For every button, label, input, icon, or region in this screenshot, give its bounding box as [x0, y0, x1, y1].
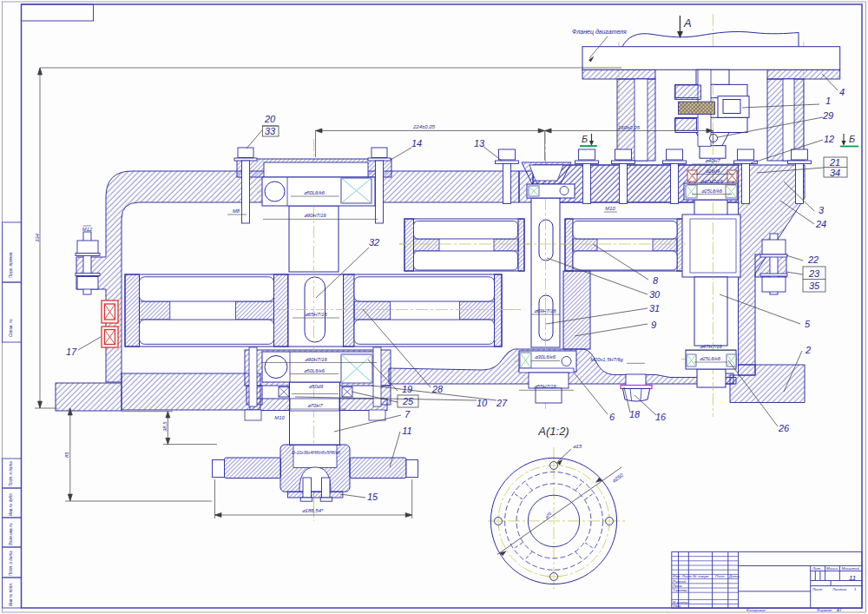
svg-text:⌀25L6/k6: ⌀25L6/k6	[701, 188, 723, 194]
svg-text:29: 29	[822, 110, 833, 121]
svg-text:35: 35	[809, 281, 820, 291]
svg-text:Масштаб: Масштаб	[842, 566, 860, 571]
svg-text:334: 334	[35, 233, 40, 242]
svg-text:⌀70Н7: ⌀70Н7	[307, 403, 323, 408]
svg-text:27: 27	[496, 398, 508, 408]
svg-text:Перв. примен.: Перв. примен.	[9, 251, 13, 278]
svg-text:Взам.инв.№: Взам.инв.№	[9, 523, 13, 545]
svg-text:М12: М12	[82, 227, 93, 232]
svg-text:23: 23	[808, 268, 820, 279]
svg-text:М10: М10	[605, 206, 615, 211]
svg-text:⌀26d9: ⌀26d9	[706, 168, 720, 174]
svg-text:4: 4	[839, 87, 845, 97]
svg-text:24: 24	[815, 219, 826, 229]
svg-text:33: 33	[265, 126, 276, 136]
svg-text:⌀50L6/k6: ⌀50L6/k6	[304, 190, 326, 195]
svg-text:5: 5	[805, 319, 811, 329]
svg-text:Справ. №: Справ. №	[9, 319, 13, 337]
svg-text:Изм. Лист: Изм. Лист	[673, 574, 692, 578]
svg-text:26: 26	[778, 423, 790, 433]
svg-text:№ докум.: № докум.	[693, 574, 709, 578]
svg-text:10: 10	[477, 398, 488, 408]
svg-text:21: 21	[829, 157, 840, 168]
svg-text:224±0,05: 224±0,05	[412, 124, 436, 129]
svg-text:Инв.№ подл.: Инв.№ подл.	[9, 583, 13, 606]
svg-text:31: 31	[649, 303, 660, 314]
svg-text:Б: Б	[849, 134, 855, 144]
svg-text:30: 30	[649, 289, 661, 300]
svg-text:Листов: Листов	[832, 587, 847, 591]
svg-text:⌀47Н7/16: ⌀47Н7/16	[700, 179, 723, 184]
svg-text:Лист: Лист	[812, 587, 823, 591]
svg-text:Копировал: Копировал	[746, 608, 766, 612]
svg-text:160±0,05: 160±0,05	[618, 125, 641, 130]
svg-text:15: 15	[367, 492, 378, 502]
svg-text:⌀69Н7/16: ⌀69Н7/16	[534, 308, 556, 314]
svg-text:Фланец двигателя: Фланец двигателя	[572, 29, 627, 36]
svg-text:Лит.: Лит.	[812, 566, 821, 571]
svg-text:Б: Б	[582, 134, 588, 144]
svg-text:⌀50L6/к6: ⌀50L6/к6	[304, 368, 326, 373]
svg-text:⌀90Н7/16: ⌀90Н7/16	[305, 357, 327, 362]
svg-text:13: 13	[474, 138, 485, 149]
svg-text:А(1:2): А(1:2)	[537, 425, 569, 438]
svg-text:34: 34	[830, 168, 840, 178]
svg-text:1: 1	[825, 96, 831, 106]
svg-text:⌀15: ⌀15	[573, 444, 582, 449]
svg-text:⌀30L6/к6: ⌀30L6/к6	[535, 354, 556, 360]
svg-text:⌀55Н7/16: ⌀55Н7/16	[534, 384, 556, 389]
svg-text:20: 20	[264, 114, 276, 124]
svg-text:8: 8	[653, 275, 659, 286]
svg-text:11: 11	[849, 574, 856, 582]
svg-text:22: 22	[807, 254, 819, 265]
svg-text:38,5: 38,5	[162, 421, 168, 432]
svg-text:12: 12	[824, 134, 834, 144]
svg-text:25: 25	[402, 396, 414, 406]
svg-text:Т.контр.: Т.контр.	[673, 588, 688, 592]
svg-text:Утв.: Утв.	[673, 604, 681, 608]
svg-text:2: 2	[805, 345, 811, 355]
svg-text:⌀40Н7: ⌀40Н7	[705, 158, 720, 163]
svg-text:М10: М10	[274, 415, 285, 420]
svg-text:А1: А1	[836, 608, 842, 612]
svg-text:А: А	[683, 17, 692, 30]
svg-text:14: 14	[411, 138, 422, 149]
svg-text:Подп.: Подп.	[715, 574, 726, 578]
svg-text:М20х1,5Н7/6g: М20х1,5Н7/6g	[590, 357, 623, 362]
svg-text:18: 18	[629, 409, 641, 419]
svg-text:Дата: Дата	[728, 574, 740, 578]
svg-text:16: 16	[655, 412, 667, 422]
svg-text:D-10х36х4Н8/п8х5Н8/к8: D-10х36х4Н8/п8х5Н8/к8	[292, 450, 340, 455]
svg-text:6: 6	[609, 412, 615, 422]
svg-text:7: 7	[404, 409, 411, 419]
svg-text:⌀65Н7/16: ⌀65Н7/16	[305, 312, 327, 317]
svg-text:85: 85	[64, 452, 69, 458]
svg-text:19: 19	[402, 384, 412, 394]
svg-text:17: 17	[66, 347, 77, 357]
svg-text:32: 32	[369, 237, 379, 248]
svg-text:Инв.№ дубл.: Инв.№ дубл.	[9, 492, 13, 516]
svg-text:11: 11	[402, 426, 411, 436]
svg-text:Масса: Масса	[826, 566, 838, 571]
svg-text:⌀186,54*: ⌀186,54*	[302, 508, 324, 513]
svg-text:9: 9	[651, 320, 656, 330]
svg-text:⌀50d9: ⌀50d9	[309, 384, 324, 389]
svg-text:28: 28	[431, 384, 444, 394]
svg-text:⌀47Н7/16: ⌀47Н7/16	[700, 344, 722, 349]
svg-text:⌀90Н7/16: ⌀90Н7/16	[304, 213, 326, 218]
svg-text:Подп. и дата: Подп. и дата	[9, 551, 13, 576]
svg-text:Формат: Формат	[817, 608, 832, 612]
svg-text:3: 3	[819, 205, 825, 215]
svg-text:Подп. и дата: Подп. и дата	[9, 461, 13, 486]
svg-text:М8: М8	[233, 208, 240, 214]
svg-text:⌀25L6/к6: ⌀25L6/к6	[700, 356, 721, 361]
